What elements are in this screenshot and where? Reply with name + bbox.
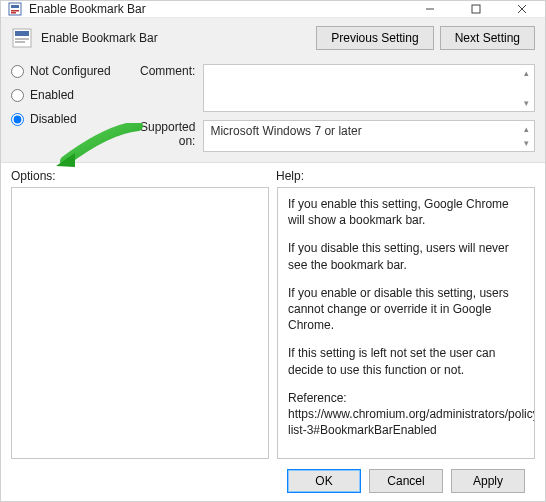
radio-enabled-input[interactable] — [11, 89, 24, 102]
svg-rect-11 — [15, 41, 25, 43]
svg-rect-5 — [472, 5, 480, 13]
maximize-button[interactable] — [453, 1, 499, 17]
cancel-button[interactable]: Cancel — [369, 469, 443, 493]
comment-field[interactable]: ▴ ▾ — [203, 64, 535, 112]
chevron-down-icon[interactable]: ▾ — [520, 137, 532, 149]
svg-rect-2 — [11, 10, 19, 12]
options-panel — [11, 187, 269, 459]
apply-button[interactable]: Apply — [451, 469, 525, 493]
upper-section: Enable Bookmark Bar Previous Setting Nex… — [1, 18, 545, 163]
ok-button[interactable]: OK — [287, 469, 361, 493]
supported-on-label: Supported on: — [136, 120, 203, 152]
supported-on-field: Microsoft Windows 7 or later ▴ ▾ — [203, 120, 535, 152]
svg-rect-9 — [15, 31, 29, 36]
options-header: Options: — [11, 169, 276, 183]
radio-not-configured-label: Not Configured — [30, 64, 111, 78]
comment-label: Comment: — [136, 64, 203, 112]
window-controls — [407, 1, 545, 17]
titlebar: Enable Bookmark Bar — [1, 1, 545, 18]
svg-rect-10 — [15, 38, 29, 40]
help-text: If you enable this setting, Google Chrom… — [288, 196, 524, 228]
chevron-down-icon[interactable]: ▾ — [520, 97, 532, 109]
radio-disabled[interactable]: Disabled — [11, 112, 136, 126]
window-title: Enable Bookmark Bar — [29, 2, 407, 16]
policy-icon — [11, 27, 33, 49]
close-button[interactable] — [499, 1, 545, 17]
chevron-up-icon[interactable]: ▴ — [520, 67, 532, 79]
next-setting-button[interactable]: Next Setting — [440, 26, 535, 50]
svg-line-7 — [518, 5, 526, 13]
policy-title: Enable Bookmark Bar — [41, 31, 310, 45]
previous-setting-button[interactable]: Previous Setting — [316, 26, 433, 50]
radio-enabled-label: Enabled — [30, 88, 74, 102]
help-panel: If you enable this setting, Google Chrom… — [277, 187, 535, 459]
help-header: Help: — [276, 169, 304, 183]
help-text: If you enable or disable this setting, u… — [288, 285, 524, 334]
radio-not-configured-input[interactable] — [11, 65, 24, 78]
radio-disabled-label: Disabled — [30, 112, 77, 126]
dialog-footer: OK Cancel Apply — [11, 459, 535, 502]
radio-enabled[interactable]: Enabled — [11, 88, 136, 102]
svg-rect-3 — [11, 12, 16, 14]
minimize-button[interactable] — [407, 1, 453, 17]
help-text: If this setting is left not set the user… — [288, 345, 524, 377]
svg-line-6 — [518, 5, 526, 13]
state-radio-group: Not Configured Enabled Disabled — [11, 64, 136, 152]
radio-not-configured[interactable]: Not Configured — [11, 64, 136, 78]
svg-rect-1 — [11, 5, 19, 8]
help-text: If you disable this setting, users will … — [288, 240, 524, 272]
chevron-up-icon[interactable]: ▴ — [520, 123, 532, 135]
radio-disabled-input[interactable] — [11, 113, 24, 126]
lower-section: Options: Help: If you enable this settin… — [1, 163, 545, 502]
policy-editor-icon — [7, 1, 23, 17]
dialog-window: Enable Bookmark Bar Enable — [0, 0, 546, 502]
help-text: Reference: https://www.chromium.org/admi… — [288, 390, 524, 439]
supported-on-value: Microsoft Windows 7 or later — [210, 124, 361, 138]
